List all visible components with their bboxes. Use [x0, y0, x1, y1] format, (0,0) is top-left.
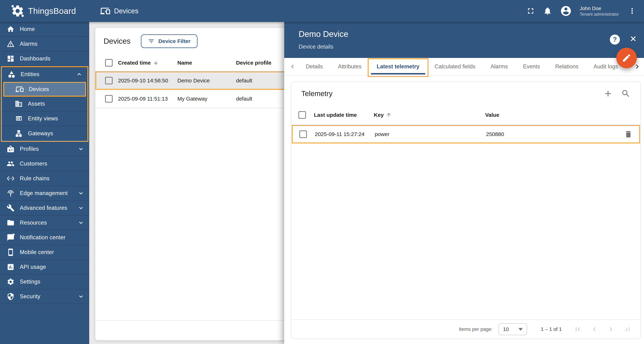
telemetry-pagination: Items per page: 10 1 – 1 of 1 [291, 320, 640, 338]
sidebar-item-profiles[interactable]: Profiles [0, 142, 89, 156]
sidebar-item-mobile-center[interactable]: Mobile center [0, 245, 89, 260]
drawer-tabs: Details Attributes Latest telemetry Calc… [284, 58, 644, 76]
row-checkbox[interactable] [299, 130, 307, 138]
column-last-update-time[interactable]: Last update time [314, 112, 374, 118]
badge-icon [6, 145, 16, 153]
chevron-down-icon[interactable] [77, 204, 84, 212]
delete-telemetry-icon[interactable] [618, 130, 639, 138]
home-icon [6, 25, 16, 33]
sidebar-item-label: Advanced features [20, 205, 67, 211]
sidebar-item-assets[interactable]: Assets [2, 96, 88, 111]
select-all-checkbox[interactable] [298, 111, 306, 119]
edit-fab-button[interactable] [616, 48, 637, 68]
sidebar-item-devices[interactable]: Devices [3, 82, 86, 96]
filter-icon [148, 38, 155, 44]
pencil-icon [622, 53, 632, 63]
drawer-subtitle: Device details [298, 44, 636, 50]
column-name[interactable]: Name [177, 60, 236, 66]
sort-desc-icon[interactable] [153, 60, 159, 66]
sidebar-item-security[interactable]: Security [0, 289, 89, 304]
telemetry-row-power[interactable]: 2025-09-11 15:27:24 power 250880 [292, 125, 640, 144]
sidebar-item-dashboards[interactable]: Dashboards [0, 52, 89, 66]
bell-icon[interactable] [543, 6, 552, 16]
sidebar-item-label: Assets [28, 100, 45, 107]
sidebar-item-settings[interactable]: Settings [0, 274, 89, 289]
column-key[interactable]: Key [374, 112, 384, 118]
sidebar-item-customers[interactable]: Customers [0, 156, 89, 171]
bar-chart-icon [6, 263, 16, 271]
sidebar-item-rule-chains[interactable]: Rule chains [0, 171, 89, 186]
dropdown-caret-icon [518, 328, 523, 331]
chevron-down-icon[interactable] [77, 190, 84, 197]
row-checkbox[interactable] [105, 95, 112, 102]
help-icon[interactable]: ? [610, 34, 620, 44]
telemetry-title: Telemetry [301, 90, 595, 98]
sidebar-item-entities[interactable]: Entities [2, 67, 88, 82]
chevron-down-icon[interactable] [77, 145, 84, 152]
select-all-checkbox[interactable] [105, 59, 112, 66]
entities-annotation-box: Entities Devices Assets Entity views Gat… [1, 66, 88, 142]
sidebar-item-label: Entities [21, 71, 40, 78]
fullscreen-icon[interactable] [526, 6, 535, 16]
user-name: John Doe [580, 5, 619, 12]
chevron-down-icon[interactable] [77, 293, 84, 300]
user-info[interactable]: John Doe Tenant administrator [580, 5, 619, 17]
sidebar-item-api-usage[interactable]: API usage [0, 260, 89, 274]
kebab-menu-icon[interactable] [628, 7, 636, 15]
device-row-demo-device[interactable]: 2025-09-10 14:56:50 Demo Device default [95, 72, 285, 90]
sidebar-item-alarms[interactable]: Alarms [0, 37, 89, 52]
telemetry-empty-area [291, 144, 640, 320]
column-device-profile[interactable]: Device profile [236, 60, 285, 66]
top-app-bar: ThingsBoard Devices John Doe Tenant admi… [0, 0, 644, 22]
sidebar-item-label: Alarms [20, 41, 38, 47]
sidebar-item-label: Profiles [20, 146, 39, 152]
last-page-icon[interactable] [623, 325, 632, 334]
tabs-scroll-left-icon[interactable] [287, 58, 298, 75]
tab-details[interactable]: Details [298, 58, 330, 75]
search-icon[interactable] [621, 89, 630, 98]
avatar[interactable] [560, 5, 572, 17]
device-filter-button[interactable]: Device Filter [141, 34, 197, 48]
items-per-page-select[interactable]: 10 [499, 323, 527, 335]
tab-latest-telemetry[interactable]: Latest telemetry [369, 58, 427, 75]
tab-events[interactable]: Events [516, 58, 548, 75]
add-telemetry-icon[interactable] [603, 89, 613, 98]
tab-calculated-fields[interactable]: Calculated fields [427, 58, 483, 75]
next-page-icon[interactable] [607, 325, 615, 334]
cell-device-profile: default [236, 96, 285, 102]
device-row-my-gateway[interactable]: 2025-09-09 11:51:13 My Gateway default [95, 90, 285, 108]
column-created-time[interactable]: Created time [118, 60, 151, 66]
smartphone-icon [6, 248, 16, 256]
sort-asc-icon[interactable] [386, 112, 392, 118]
antenna-icon [6, 189, 16, 197]
items-per-page-value: 10 [503, 326, 509, 332]
sidebar-item-edge-management[interactable]: Edge management [0, 186, 89, 201]
device-details-drawer: Demo Device Device details ? ✕ Details A… [284, 22, 644, 344]
tools-icon [6, 204, 16, 212]
tab-alarms[interactable]: Alarms [483, 58, 516, 75]
column-value[interactable]: Value [485, 112, 619, 118]
sidebar-item-home[interactable]: Home [0, 22, 89, 37]
devices-icon [15, 85, 24, 93]
brand[interactable]: ThingsBoard [0, 4, 89, 18]
tab-relations[interactable]: Relations [548, 58, 586, 75]
sidebar-item-resources[interactable]: Resources [0, 216, 89, 230]
sidebar-nav: Home Alarms Dashboards Entities Devices … [0, 22, 89, 344]
warning-triangle-icon [6, 40, 16, 48]
sidebar-item-notification-center[interactable]: Notification center [0, 230, 89, 245]
close-icon[interactable]: ✕ [628, 34, 638, 44]
cell-created-time: 2025-09-10 14:56:50 [118, 78, 177, 84]
sidebar-item-advanced-features[interactable]: Advanced features [0, 201, 89, 216]
tab-attributes[interactable]: Attributes [330, 58, 369, 75]
sidebar-item-gateways[interactable]: Gateways [2, 126, 88, 141]
first-page-icon[interactable] [574, 325, 582, 334]
row-checkbox[interactable] [105, 77, 112, 84]
sidebar-item-label: Dashboards [20, 56, 50, 62]
telemetry-table-header: Last update time Key Value [291, 105, 640, 125]
prev-page-icon[interactable] [590, 325, 598, 334]
sidebar-item-label: Entity views [28, 115, 58, 122]
chevron-up-icon[interactable] [76, 71, 83, 78]
sidebar-item-entity-views[interactable]: Entity views [2, 111, 88, 126]
telemetry-card-header: Telemetry [291, 82, 640, 105]
chevron-down-icon[interactable] [77, 219, 84, 226]
